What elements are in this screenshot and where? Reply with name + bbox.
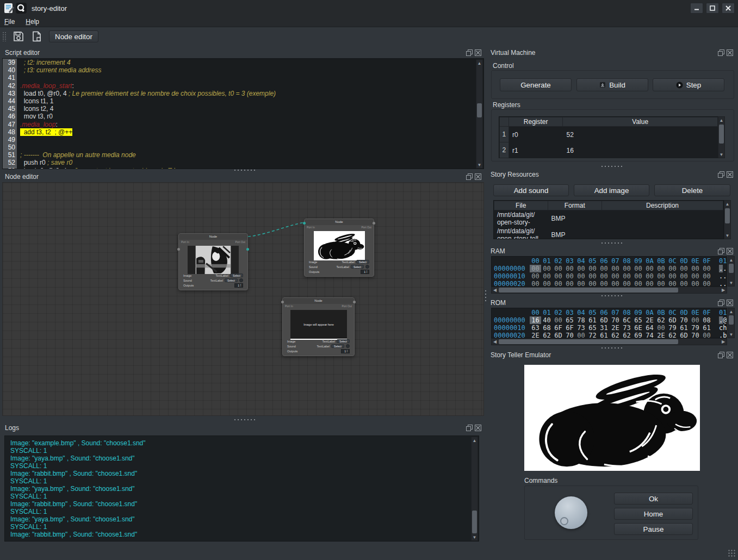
select-image-button[interactable]: Select xyxy=(230,273,243,277)
script-editor[interactable]: 39 ; t2: increment 440 ; t3: current med… xyxy=(2,58,484,169)
port-out-dot[interactable] xyxy=(353,301,356,303)
resources-scrollbar[interactable]: ▲ ▼ xyxy=(724,200,731,239)
node-editor-toolbar-button[interactable]: Node editor xyxy=(49,30,98,42)
play-sound-icon[interactable] xyxy=(365,265,369,269)
splitter-vm-resources[interactable] xyxy=(600,165,622,168)
ram-hscrollbar[interactable]: ◀ ▶ xyxy=(491,287,727,294)
media-node-picture[interactable]: Node Port In Port Out ImageTextLabelSele… xyxy=(178,233,248,290)
window-resize-grip[interactable] xyxy=(728,549,735,557)
scroll-down-icon[interactable]: ▼ xyxy=(472,534,477,540)
hex-row[interactable]: 0000000000000000000000000000000000000000… xyxy=(492,265,727,272)
play-sound-icon[interactable] xyxy=(346,344,350,348)
scroll-down-icon[interactable]: ▼ xyxy=(728,331,734,338)
scroll-up-icon[interactable]: ▲ xyxy=(476,60,482,66)
float-icon[interactable] xyxy=(718,352,724,358)
scroll-right-icon[interactable]: ▶ xyxy=(720,287,727,293)
close-icon[interactable] xyxy=(727,352,733,358)
delete-button[interactable]: Delete xyxy=(654,184,730,196)
registers-scrollbar[interactable]: ▲ ▼ xyxy=(718,116,725,158)
close-icon[interactable] xyxy=(475,173,481,180)
column-register[interactable]: Register xyxy=(509,117,563,127)
close-icon[interactable] xyxy=(727,300,733,306)
close-icon[interactable] xyxy=(727,49,733,56)
resource-row[interactable]: /mnt/data/git/open-story-tell…BMP xyxy=(494,210,723,227)
logs-scrollbar[interactable]: ▲ ▼ xyxy=(471,437,478,541)
toolbar-drag-handle[interactable] xyxy=(2,32,7,41)
pause-button[interactable]: Pause xyxy=(614,523,693,535)
ram-vscrollbar[interactable]: ▲ ▼ xyxy=(728,256,735,287)
scroll-right-icon[interactable]: ▶ xyxy=(720,339,727,345)
close-icon[interactable] xyxy=(727,171,733,178)
outputs-spinbox[interactable]: 1▲▼ xyxy=(234,283,243,288)
script-editor-scrollbar[interactable]: ▲ ▼ xyxy=(476,59,483,169)
ram-hex-view[interactable]: 000102030405060708090A0B0C0D0E0F01234567… xyxy=(491,256,727,287)
generate-button[interactable]: Generate xyxy=(500,78,572,91)
port-out-dot[interactable] xyxy=(373,222,375,225)
close-icon[interactable] xyxy=(475,425,481,431)
scroll-left-icon[interactable]: ◀ xyxy=(492,339,498,345)
maximize-button[interactable] xyxy=(706,3,719,14)
close-button[interactable] xyxy=(722,3,735,14)
select-sound-button[interactable]: Select xyxy=(351,265,364,269)
float-icon[interactable] xyxy=(466,173,473,180)
resources-table[interactable]: File Format Description /mnt/data/git/op… xyxy=(493,200,724,239)
hex-row[interactable]: 0000002000000000000000000000000000000000… xyxy=(492,280,727,287)
rom-vscrollbar[interactable]: ▲ ▼ xyxy=(728,308,735,338)
build-button[interactable]: Build xyxy=(576,78,648,91)
wheel-knob[interactable] xyxy=(555,496,587,529)
select-image-button[interactable]: Select xyxy=(356,260,369,264)
hex-row[interactable]: 0000001000000000000000000000000000000000… xyxy=(492,272,727,280)
float-icon[interactable] xyxy=(466,49,473,56)
hex-row[interactable]: 0000001063686F6F7365312E736E640079617961… xyxy=(492,324,727,332)
step-button[interactable]: Step xyxy=(653,78,724,91)
scroll-down-icon[interactable]: ▼ xyxy=(718,151,724,158)
rom-hscrollbar[interactable]: ◀ ▶ xyxy=(491,338,727,345)
register-row[interactable]: 1r052 xyxy=(499,127,718,142)
hex-row[interactable]: 000000202E626D70007261626269742E626D7000… xyxy=(492,332,727,338)
node-editor-canvas[interactable]: Node Port In Port Out ImageTextLabelSele… xyxy=(2,182,484,416)
scroll-down-icon[interactable]: ▼ xyxy=(724,232,730,239)
play-sound-icon[interactable] xyxy=(239,278,243,282)
media-node-rabbit[interactable]: Node Port In Port Out ImageTextLabelSele… xyxy=(304,219,374,277)
resource-row[interactable]: /mnt/data/git/open-story-tellBMP xyxy=(494,227,723,239)
rom-hex-view[interactable]: 000102030405060708090A0B0C0D0E0F01234567… xyxy=(491,308,727,338)
port-out-dot[interactable] xyxy=(246,248,249,251)
menu-file[interactable]: File xyxy=(4,18,15,26)
save-icon[interactable] xyxy=(12,30,25,43)
float-icon[interactable] xyxy=(718,248,724,254)
menu-help[interactable]: Help xyxy=(26,18,39,26)
scroll-left-icon[interactable]: ◀ xyxy=(492,287,498,293)
select-sound-button[interactable]: Select xyxy=(225,278,238,282)
ok-button[interactable]: Ok xyxy=(614,493,693,505)
scroll-down-icon[interactable]: ▼ xyxy=(728,279,734,286)
splitter-rom-emulator[interactable] xyxy=(600,346,622,350)
float-icon[interactable] xyxy=(718,171,724,178)
select-sound-button[interactable]: Select xyxy=(331,344,344,348)
column-file[interactable]: File xyxy=(494,201,548,210)
port-in-dot[interactable] xyxy=(177,248,180,251)
hex-row[interactable]: 000000001640006578616D706C652E626D700008… xyxy=(492,316,727,324)
register-row[interactable]: 2r116 xyxy=(499,142,718,158)
splitter-resources-ram[interactable] xyxy=(600,241,622,245)
outputs-spinbox[interactable]: 1▲▼ xyxy=(341,349,350,353)
scroll-up-icon[interactable]: ▲ xyxy=(728,257,734,263)
float-icon[interactable] xyxy=(718,49,724,56)
scroll-up-icon[interactable]: ▲ xyxy=(728,308,734,315)
float-icon[interactable] xyxy=(466,425,473,431)
home-button[interactable]: Home xyxy=(614,508,693,520)
registers-table[interactable]: Register Value 1r0522r116 xyxy=(499,116,718,158)
media-node-empty[interactable]: Node Port In Port Out Image will appear … xyxy=(282,297,355,356)
port-in-dot[interactable] xyxy=(281,301,284,303)
close-icon[interactable] xyxy=(475,49,481,56)
column-format[interactable]: Format xyxy=(548,201,603,210)
logs-view[interactable]: Image: "example.bmp" , Sound: "choose1.s… xyxy=(4,435,479,542)
column-description[interactable]: Description xyxy=(602,201,723,210)
scroll-up-icon[interactable]: ▲ xyxy=(472,437,477,444)
scroll-up-icon[interactable]: ▲ xyxy=(718,117,724,123)
port-in-dot[interactable] xyxy=(303,222,306,225)
float-icon[interactable] xyxy=(718,300,724,306)
splitter-columns[interactable] xyxy=(484,289,487,303)
new-file-icon[interactable] xyxy=(30,30,44,43)
close-icon[interactable] xyxy=(727,248,733,254)
minimize-button[interactable] xyxy=(690,3,703,14)
